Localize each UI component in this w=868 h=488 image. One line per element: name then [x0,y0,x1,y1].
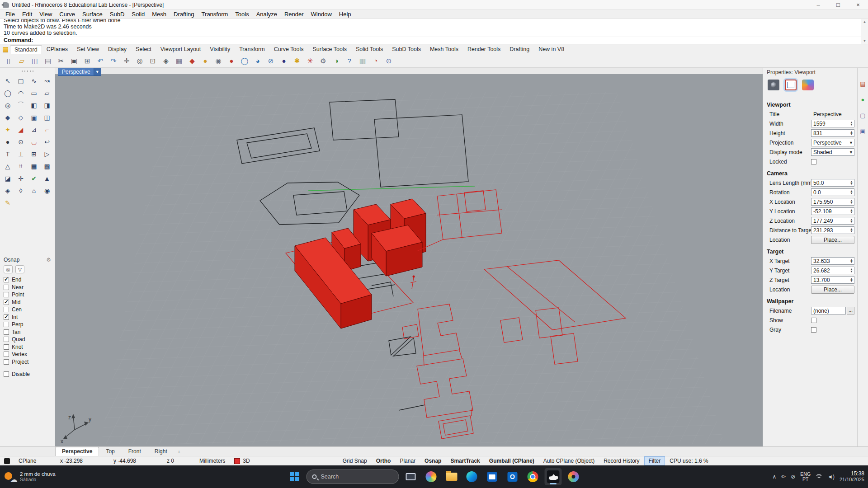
statusbar-item[interactable]: Ortho [372,456,396,465]
menu-item[interactable]: Surface [79,10,106,19]
toolbar-icon[interactable]: ⊙ [383,55,395,67]
toolbar-tab[interactable]: Surface Tools [308,45,351,54]
panel-tab-icon[interactable]: ▤ [859,80,867,88]
tool-icon[interactable]: △ [1,160,14,172]
property-value-field[interactable]: Perspective ▲▼ ▼ [811,110,854,118]
spinner-control[interactable]: ▲▼ [850,268,853,272]
osnap-option[interactable]: Mid [0,299,55,306]
maximize-button[interactable]: □ [828,0,848,9]
palette-grip[interactable] [20,69,35,73]
tool-icon[interactable]: ▲ [41,172,54,184]
menu-item[interactable]: Edit [19,10,36,19]
property-value-field[interactable]: 175.950 ▲▼ ▼ [811,198,854,206]
viewport-title-tab[interactable]: Perspective ▼ [58,68,101,76]
toolbar-icon[interactable]: ✂ [55,55,67,67]
tool-icon[interactable]: ◫ [41,111,54,123]
property-value-field[interactable]: 1559 ▲▼ ▼ [811,120,854,127]
osnap-checkbox[interactable] [4,359,9,365]
statusbar-item[interactable]: 3D [230,456,254,465]
toolbar-tab[interactable]: Display [104,45,131,54]
tool-icon[interactable]: ⌂ [28,184,41,197]
toolbar-icon[interactable]: ◑ [330,55,342,67]
statusbar-item[interactable]: Auto CPlane (Object) [539,456,599,465]
osnap-tool-button[interactable]: ◎ [4,265,13,273]
tool-icon[interactable]: ⊞ [28,148,41,160]
minimize-button[interactable]: – [808,0,828,9]
menu-item[interactable]: SubD [106,10,128,19]
menu-item[interactable]: Help [335,10,355,19]
tool-icon[interactable]: ◉ [41,184,54,197]
tool-icon[interactable]: ✎ [1,197,14,209]
property-value-field[interactable]: -52.109 ▲▼ ▼ [811,207,854,215]
spin-down-icon[interactable]: ▼ [850,133,853,136]
property-value-field[interactable]: 32.633 ▲▼ ▼ [811,257,854,265]
menu-item[interactable]: Transform [198,10,232,19]
tool-icon[interactable]: ▭ [28,87,41,99]
osnap-option[interactable]: Perp [0,321,55,328]
spinner-control[interactable]: ▲▼ [850,200,853,204]
toolbar-icon[interactable]: ↶ [94,55,106,67]
osnap-option[interactable]: Project [0,358,55,366]
spinner-control[interactable]: ▲▼ [850,209,853,213]
toolbar-icon[interactable]: ✳ [304,55,316,67]
statusbar-item[interactable]: Grid Snap [338,456,372,465]
menu-item[interactable]: Mesh [148,10,170,19]
taskbar-app-icon[interactable] [545,468,562,485]
spinner-control[interactable]: ▲▼ [850,131,853,135]
toolbar-icon[interactable]: ⊘ [265,55,277,67]
spinner-control[interactable]: ▲▼ [850,278,853,282]
spin-down-icon[interactable]: ▼ [850,192,853,195]
property-value-field[interactable]: 26.682 ▲▼ ▼ [811,267,854,274]
osnap-option[interactable]: Int [0,314,55,321]
menu-item[interactable]: View [36,10,56,19]
toolbar-icon[interactable]: ▥ [357,55,368,67]
spin-down-icon[interactable]: ▼ [850,230,853,233]
camera-properties-icon[interactable] [768,80,779,90]
toolbar-icon[interactable]: ● [226,55,237,67]
new-viewport-icon[interactable]: + [174,448,184,456]
statusbar-item[interactable]: SmartTrack [446,456,484,465]
browse-button[interactable]: ... [847,307,854,314]
taskbar-app-icon[interactable] [402,468,420,485]
spin-down-icon[interactable]: ▼ [850,202,853,204]
tool-icon[interactable]: T [1,148,14,160]
toolbar-icon[interactable]: ✱ [291,55,303,67]
toolbar-tab[interactable]: Transform [235,45,269,54]
osnap-checkbox[interactable] [4,322,9,327]
tool-icon[interactable]: ◎ [1,99,14,111]
osnap-option[interactable]: Tan [0,328,55,336]
property-checkbox[interactable] [811,318,816,323]
statusbar-item[interactable]: CPlane [14,456,56,465]
taskbar-app-icon[interactable] [484,468,501,485]
tool-icon[interactable]: ◯ [1,87,14,99]
toolbar-icon[interactable]: ◉ [212,55,224,67]
statusbar-item[interactable]: Osnap [420,456,446,465]
taskbar-app-icon[interactable] [443,468,460,485]
start-button[interactable] [286,468,303,485]
statusbar-app-icon[interactable] [4,458,10,464]
volume-icon[interactable]: ◄) [827,474,835,480]
tool-icon[interactable]: ◆ [1,111,14,123]
property-value-field[interactable]: 831 ▲▼ ▼ [811,129,854,137]
tool-icon[interactable]: ◇ [14,111,28,123]
tool-icon[interactable]: ↝ [41,75,54,87]
spin-down-icon[interactable]: ▼ [850,124,853,126]
panel-tab-icon[interactable]: ▣ [859,127,867,135]
statusbar-item[interactable]: y -44.698 [109,456,162,465]
menu-item[interactable]: Curve [56,10,79,19]
toolbar-icon[interactable]: ▤ [42,55,54,67]
toolbar-icon[interactable]: ◯ [239,55,250,67]
spinner-control[interactable]: ▲▼ [850,228,853,232]
toolbar-icon[interactable]: ● [199,55,211,67]
gear-icon[interactable]: ⚙ [46,257,51,263]
osnap-checkbox[interactable] [4,277,9,282]
toolbar-icon[interactable]: ↷ [108,55,119,67]
toolbar-icon[interactable]: ◆ [186,55,198,67]
viewport-tab[interactable]: Right [148,447,174,456]
osnap-checkbox[interactable] [4,300,9,305]
toolbar-tab[interactable]: Render Tools [463,45,505,54]
tool-icon[interactable]: ↖ [1,75,14,87]
tool-icon[interactable]: ◈ [1,184,14,197]
toolbar-tab[interactable]: New in V8 [534,45,569,54]
tool-icon[interactable]: ⊥ [14,148,28,160]
